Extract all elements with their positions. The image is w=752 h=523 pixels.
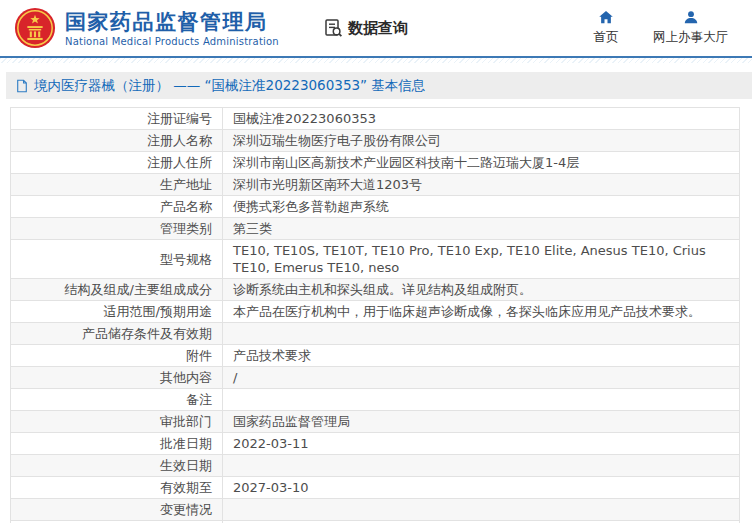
field-label: 审批部门 (11, 411, 223, 432)
field-value: 国家药品监督管理局 (223, 411, 739, 432)
field-value: / (223, 367, 739, 388)
national-emblem-icon (14, 7, 56, 49)
field-label: 生产地址 (11, 174, 223, 195)
table-row: 注册证编号国械注准20223060353 (11, 108, 739, 130)
field-label: 管理类别 (11, 218, 223, 239)
field-label: 变更情况 (11, 499, 223, 520)
org-name-cn: 国家药品监督管理局 (65, 10, 279, 34)
field-value (223, 332, 739, 336)
site-logo[interactable]: 国家药品监督管理局 National Medical Products Admi… (14, 7, 279, 49)
registration-info-table: 注册证编号国械注准20223060353 注册人名称深圳迈瑞生物医疗电子股份有限… (10, 107, 740, 523)
table-row: 其他内容/ (11, 367, 739, 389)
site-header: 国家药品监督管理局 National Medical Products Admi… (0, 0, 752, 58)
page-title-text: 境内医疗器械（注册） —— “国械注准20223060353” 基本信息 (34, 77, 425, 95)
field-value: 第三类 (223, 218, 739, 239)
field-label: 有效期至 (11, 477, 223, 498)
table-row: 注册人住所深圳市南山区高新技术产业园区科技南十二路迈瑞大厦1-4层 (11, 152, 739, 174)
field-label: 注册证编号 (11, 108, 223, 129)
table-row: 有效期至2027-03-10 (11, 477, 739, 499)
field-value: 深圳市光明新区南环大道1203号 (223, 174, 739, 195)
document-icon (16, 79, 28, 93)
field-value: 深圳迈瑞生物医疗电子股份有限公司 (223, 130, 739, 151)
field-label: 注册人住所 (11, 152, 223, 173)
table-row: 生产地址深圳市光明新区南环大道1203号 (11, 174, 739, 196)
table-row: 附件产品技术要求 (11, 345, 739, 367)
field-value: 便携式彩色多普勒超声系统 (223, 196, 739, 217)
table-row: 批准日期2022-03-11 (11, 433, 739, 455)
field-value (223, 508, 739, 512)
table-row: 注册人名称深圳迈瑞生物医疗电子股份有限公司 (11, 130, 739, 152)
nav-item-home-label: 首页 (594, 29, 619, 46)
field-label: 产品名称 (11, 196, 223, 217)
field-label: 结构及组成/主要组成成分 (11, 279, 223, 300)
field-label: 型号规格 (11, 240, 223, 278)
field-label: 备注 (11, 389, 223, 410)
table-row: 结构及组成/主要组成成分诊断系统由主机和探头组成。详见结构及组成附页。 (11, 279, 739, 301)
org-name-en: National Medical Products Administration (65, 36, 279, 47)
field-label: 附件 (11, 345, 223, 366)
nav-item-home[interactable]: 首页 (589, 10, 623, 46)
field-label: 其他内容 (11, 367, 223, 388)
field-label: 生效日期 (11, 455, 223, 476)
table-row: 管理类别第三类 (11, 218, 739, 240)
table-row: 产品储存条件及有效期 (11, 323, 739, 345)
top-nav: 首页 网上办事大厅 (589, 10, 742, 46)
field-value (223, 464, 739, 468)
field-label: 批准日期 (11, 433, 223, 454)
field-value: 本产品在医疗机构中，用于临床超声诊断成像，各探头临床应用见产品技术要求。 (223, 301, 739, 322)
home-icon (598, 10, 614, 25)
table-row: 审批部门国家药品监督管理局 (11, 411, 739, 433)
field-value: 2022-03-11 (223, 433, 739, 454)
field-value (223, 398, 739, 402)
user-icon (683, 10, 699, 25)
page-title: 境内医疗器械（注册） —— “国械注准20223060353” 基本信息 (6, 72, 752, 99)
menu-data-query[interactable]: 数据查询 (323, 18, 408, 38)
field-value: 国械注准20223060353 (223, 108, 739, 129)
doc-search-icon (323, 18, 343, 38)
field-value: 产品技术要求 (223, 345, 739, 366)
table-row: 型号规格TE10, TE10S, TE10T, TE10 Pro, TE10 E… (11, 240, 739, 279)
table-row: 变更情况 (11, 499, 739, 521)
table-row: 产品名称便携式彩色多普勒超声系统 (11, 196, 739, 218)
header-divider (0, 58, 752, 63)
field-label: 产品储存条件及有效期 (11, 323, 223, 344)
table-row: 备注 (11, 389, 739, 411)
table-row: 适用范围/预期用途本产品在医疗机构中，用于临床超声诊断成像，各探头临床应用见产品… (11, 301, 739, 323)
field-value: TE10, TE10S, TE10T, TE10 Pro, TE10 Exp, … (223, 240, 739, 278)
field-value: 诊断系统由主机和探头组成。详见结构及组成附页。 (223, 279, 739, 300)
table-row: 生效日期 (11, 455, 739, 477)
site-logo-text: 国家药品监督管理局 National Medical Products Admi… (65, 10, 279, 47)
field-value: 深圳市南山区高新技术产业园区科技南十二路迈瑞大厦1-4层 (223, 152, 739, 173)
nav-item-service-hall[interactable]: 网上办事大厅 (653, 10, 728, 46)
field-label: 注册人名称 (11, 130, 223, 151)
field-label: 适用范围/预期用途 (11, 301, 223, 322)
field-value: 2027-03-10 (223, 477, 739, 498)
menu-data-query-label: 数据查询 (348, 19, 408, 38)
nav-item-service-hall-label: 网上办事大厅 (653, 29, 728, 46)
